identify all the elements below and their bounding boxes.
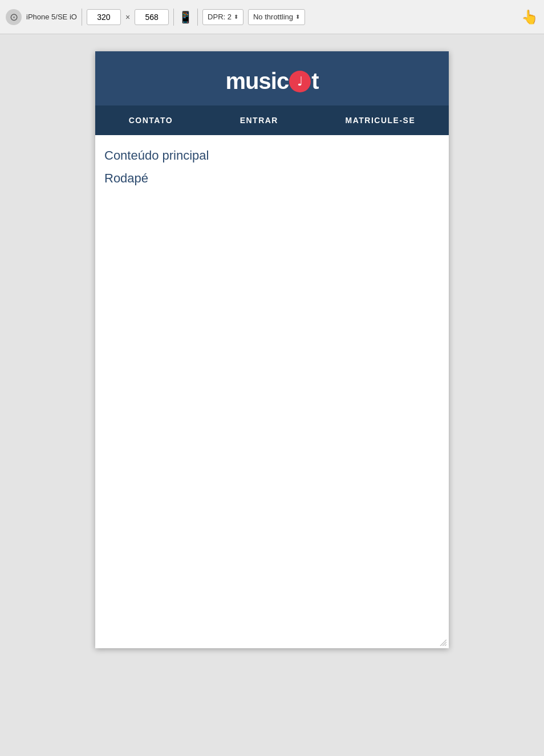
dpr-chevron-icon: ⬍: [234, 14, 238, 20]
nav-item-entrar[interactable]: ENTRAR: [229, 105, 290, 135]
throttle-selector[interactable]: No throttling ⬍: [248, 9, 305, 25]
svg-line-2: [445, 644, 446, 646]
resize-handle[interactable]: [439, 638, 446, 646]
throttle-chevron-icon: ⬍: [295, 14, 300, 20]
height-input[interactable]: [135, 9, 169, 25]
separator-2: [173, 9, 174, 26]
content-rodape: Rodapé: [104, 167, 440, 190]
site-navigation: CONTATO ENTRAR MATRICULE-SE: [95, 105, 449, 135]
logo-prefix: music: [226, 68, 289, 94]
mobile-preview-frame: music t CONTATO ENTRAR MATRICULE-SE Cont…: [95, 51, 449, 648]
separator-3: [197, 9, 198, 26]
dpr-selector[interactable]: DPR: 2 ⬍: [202, 9, 243, 25]
throttle-label: No throttling: [253, 13, 293, 21]
preview-area: music t CONTATO ENTRAR MATRICULE-SE Cont…: [0, 34, 544, 756]
device-rotate-icon[interactable]: 📱: [178, 10, 193, 24]
dpr-label: DPR: 2: [208, 13, 232, 21]
nav-item-contato[interactable]: CONTATO: [117, 105, 184, 135]
content-principal: Conteúdo principal: [104, 144, 440, 167]
browser-toolbar: ⊙ iPhone 5/SE iO × 📱 DPR: 2 ⬍ No throttl…: [0, 0, 544, 34]
logo-music-note-icon: [289, 71, 311, 92]
nav-item-matricule-se[interactable]: MATRICULE-SE: [334, 105, 427, 135]
logo-suffix: t: [311, 68, 318, 94]
separator-1: [82, 9, 82, 26]
compass-icon: ⊙: [6, 9, 22, 25]
touch-mode-button[interactable]: 👆: [521, 9, 538, 25]
dimension-separator: ×: [125, 13, 130, 22]
site-content: Conteúdo principal Rodapé: [95, 135, 449, 648]
logo: music t: [107, 68, 437, 94]
site-header: music t: [95, 51, 449, 105]
device-label: iPhone 5/SE iO: [26, 13, 77, 21]
width-input[interactable]: [87, 9, 121, 25]
